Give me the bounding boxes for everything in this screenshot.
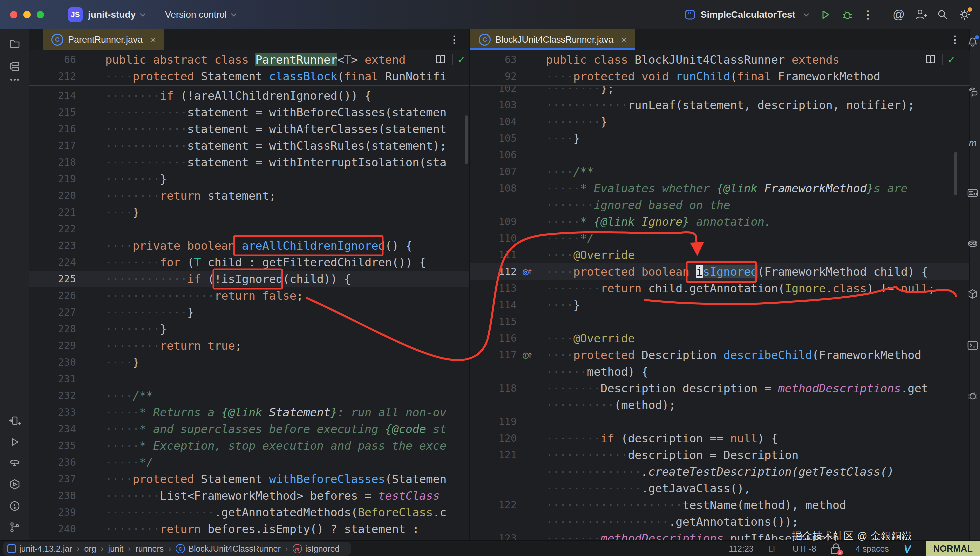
- code-line-217[interactable]: 217············statement = withClassRule…: [29, 137, 469, 154]
- code-line-113[interactable]: 113········return child.getAnnotation(Ig…: [470, 280, 970, 297]
- breadcrumb-item-junit-4.13.2.jar[interactable]: junit-4.13.2.jar: [7, 544, 72, 554]
- line-number[interactable]: 111: [470, 247, 517, 263]
- line-number[interactable]: 106: [470, 147, 517, 163]
- code-line-232[interactable]: 232····/**: [29, 387, 469, 404]
- code-line-224[interactable]: 224········for (T child : getFilteredChi…: [29, 254, 469, 271]
- close-window-button[interactable]: [10, 11, 17, 18]
- line-number[interactable]: 229: [29, 337, 76, 354]
- line-number[interactable]: 218: [29, 154, 76, 171]
- line-number[interactable]: 236: [29, 454, 76, 471]
- line-number[interactable]: 238: [29, 487, 76, 504]
- code-line-235[interactable]: 235·····* Exception, stop execution and …: [29, 437, 469, 454]
- code-line-63[interactable]: 63public class BlockJUnit4ClassRunner ex…: [470, 51, 970, 68]
- code-line-239[interactable]: 239················.getAnnotatedMethods(…: [29, 504, 469, 520]
- close-tab-icon[interactable]: ×: [151, 35, 156, 45]
- code-line-218[interactable]: 218············statement = withInterrupt…: [29, 154, 469, 171]
- line-number[interactable]: [470, 513, 517, 530]
- line-number[interactable]: 105: [470, 130, 517, 147]
- line-number[interactable]: 235: [29, 437, 76, 454]
- line-separator[interactable]: LF: [769, 544, 778, 554]
- code-line-wrap[interactable]: ··············.getJavaClass(),: [470, 480, 970, 497]
- line-number[interactable]: 237: [29, 471, 76, 487]
- tab-options-kebab[interactable]: ⋮: [449, 35, 459, 45]
- code-line-106[interactable]: 106: [470, 147, 970, 163]
- indent-setting[interactable]: 4 spaces: [856, 544, 889, 554]
- code-line-111[interactable]: 111····@Override: [470, 247, 970, 263]
- code-line-wrap[interactable]: ··············.createTestDescription(get…: [470, 463, 970, 480]
- line-number[interactable]: 216: [29, 121, 76, 137]
- line-number[interactable]: 114: [470, 297, 517, 314]
- run-button[interactable]: [819, 8, 832, 21]
- code-line-228[interactable]: 228········}: [29, 321, 469, 337]
- code-line-212[interactable]: 212····protected Statement classBlock(fi…: [29, 68, 469, 85]
- line-number[interactable]: 219: [29, 171, 76, 187]
- line-number[interactable]: 217: [29, 137, 76, 154]
- line-number[interactable]: 227: [29, 304, 76, 321]
- line-number[interactable]: 103: [470, 97, 517, 113]
- tab-options-kebab[interactable]: ⋮: [950, 35, 960, 45]
- problems-icon[interactable]: [8, 499, 21, 513]
- implements-gutter-icon[interactable]: [517, 347, 546, 363]
- line-number[interactable]: 232: [29, 387, 76, 404]
- line-number[interactable]: [470, 363, 517, 380]
- project-badge[interactable]: JS: [68, 7, 83, 22]
- ideavim-icon[interactable]: V: [904, 542, 911, 555]
- code-line-219[interactable]: 219········}: [29, 171, 469, 187]
- settings-gear-icon[interactable]: [958, 8, 971, 21]
- code-line-238[interactable]: 238········List<FrameworkMethod> befores…: [29, 487, 469, 504]
- line-number[interactable]: 121: [470, 447, 517, 463]
- breadcrumb-item-runners[interactable]: runners: [135, 544, 164, 554]
- line-number[interactable]: 215: [29, 104, 76, 121]
- line-number[interactable]: [470, 197, 517, 213]
- code-line-116[interactable]: 116····@Override: [470, 330, 970, 347]
- code-line-wrap[interactable]: ··········(method);: [470, 397, 970, 413]
- minimize-window-button[interactable]: [23, 11, 31, 18]
- line-number[interactable]: [470, 463, 517, 480]
- code-line-216[interactable]: 216············statement = withAfterClas…: [29, 121, 469, 137]
- tab-parentrunner[interactable]: C ParentRunner.java ×: [43, 29, 164, 50]
- code-line-229[interactable]: 229········return true;: [29, 337, 469, 354]
- project-folder-icon[interactable]: [8, 37, 21, 50]
- code-line-121[interactable]: 121············description = Description: [470, 447, 970, 463]
- run-configuration-select[interactable]: SimpleCalculatorTest: [683, 8, 810, 21]
- code-line-230[interactable]: 230····}: [29, 354, 469, 371]
- line-number[interactable]: 228: [29, 321, 76, 337]
- zoom-window-button[interactable]: [37, 11, 44, 18]
- debug-button[interactable]: [841, 8, 854, 21]
- code-line-236[interactable]: 236·····*/: [29, 454, 469, 471]
- code-line-66[interactable]: 66public abstract class ParentRunner<T> …: [29, 51, 469, 68]
- line-number[interactable]: 224: [29, 254, 76, 271]
- code-line-103[interactable]: 103············runLeaf(statement, descri…: [470, 97, 970, 113]
- search-icon[interactable]: [936, 8, 949, 21]
- code-line-220[interactable]: 220········return statement;: [29, 187, 469, 204]
- code-line-225[interactable]: 225············if (!isIgnored(child)) {: [29, 271, 469, 287]
- ai-assistant-icon[interactable]: @: [892, 8, 905, 21]
- line-number[interactable]: 231: [29, 371, 76, 387]
- terminal-icon[interactable]: [966, 339, 979, 352]
- line-number[interactable]: 110: [470, 230, 517, 247]
- inspections-ok-icon[interactable]: ✓: [458, 53, 465, 66]
- line-number[interactable]: 120: [470, 430, 517, 447]
- breadcrumb-item-isIgnored[interactable]: misIgnored: [293, 544, 340, 554]
- line-number[interactable]: 112: [470, 263, 517, 280]
- line-number[interactable]: 223: [29, 238, 76, 254]
- code-line-115[interactable]: 115: [470, 314, 970, 330]
- code-line-221[interactable]: 221····}: [29, 204, 469, 221]
- line-number[interactable]: 123: [470, 530, 517, 540]
- code-line-214[interactable]: 214········if (!areAllChildrenIgnored())…: [29, 87, 469, 104]
- line-number[interactable]: 66: [29, 51, 76, 68]
- maven-icon[interactable]: m: [966, 136, 979, 149]
- version-control-menu[interactable]: Version control: [165, 9, 227, 20]
- line-number[interactable]: 119: [470, 413, 517, 430]
- code-line-112[interactable]: 112····protected boolean isIgnored(Frame…: [470, 263, 970, 280]
- line-number[interactable]: 115: [470, 314, 517, 330]
- code-line-110[interactable]: 110·····*/: [470, 230, 970, 247]
- documentation-icon[interactable]: [966, 187, 979, 200]
- code-line-237[interactable]: 237····protected Statement withBeforeCla…: [29, 471, 469, 487]
- override-gutter-icon[interactable]: [517, 263, 546, 280]
- line-number[interactable]: 108: [470, 180, 517, 197]
- code-line-117[interactable]: 117····protected Description describeChi…: [470, 347, 970, 363]
- line-number[interactable]: [470, 397, 517, 413]
- line-number[interactable]: 230: [29, 354, 76, 371]
- file-encoding[interactable]: UTF-8: [793, 544, 816, 554]
